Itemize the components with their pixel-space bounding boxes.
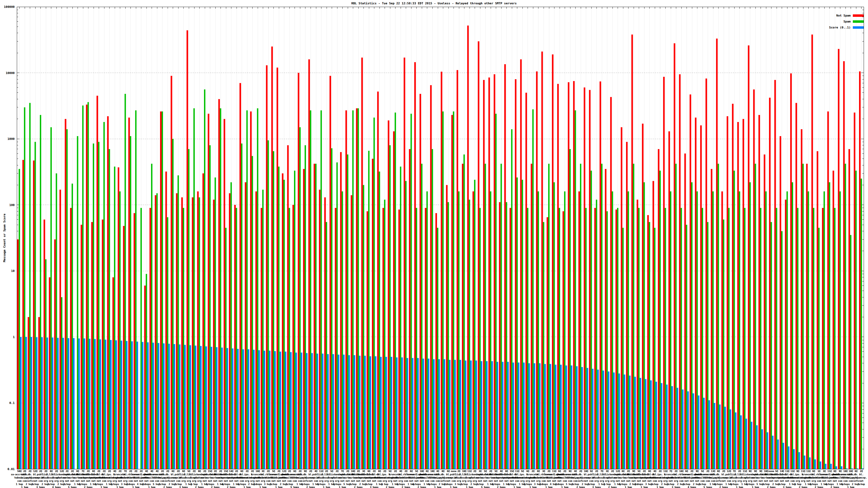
x-tick-label: 1 hop <box>529 486 537 488</box>
x-tick-label: 2@ <box>404 469 407 473</box>
x-tick-label: 1@ <box>817 469 820 473</box>
x-tick-label: 4@ <box>145 469 148 473</box>
x-tick-label: org <box>526 479 530 482</box>
bar <box>808 191 809 469</box>
legend-swatch-score <box>853 26 864 29</box>
bar <box>531 164 532 469</box>
x-tick-label: 10@ <box>679 469 684 473</box>
x-tick-label: org <box>250 479 254 482</box>
legend: Not Spam Spam Score (0..1) <box>829 12 864 30</box>
x-tick-label: 1 hop <box>572 483 579 486</box>
bar <box>421 164 423 469</box>
x-tick-label: 2@ <box>627 469 630 473</box>
x-tick-label: com <box>23 479 27 482</box>
x-tick-label: 4@ <box>500 469 503 473</box>
x-tick-label: net <box>308 479 313 482</box>
legend-item-not-spam: Not Spam <box>829 12 864 19</box>
x-tick-label: 2@ <box>246 469 248 473</box>
bar <box>81 225 82 469</box>
x-tick-label: iadb. <box>159 473 166 476</box>
bar <box>569 149 571 469</box>
x-tick-label: 5@ <box>590 469 593 473</box>
x-tick-label: 11@ <box>467 469 472 473</box>
bar <box>118 167 119 469</box>
bar <box>682 390 684 469</box>
x-tick-label: net <box>584 479 588 482</box>
x-tick-label: 3@ <box>542 469 545 473</box>
bar <box>391 357 392 469</box>
x-tick-label: 2 hops <box>831 486 839 488</box>
bar <box>494 74 495 469</box>
bar <box>758 115 760 469</box>
bar <box>66 129 68 469</box>
x-tick-label: 2@ <box>102 469 105 473</box>
y-tick-label: 10 <box>11 269 14 273</box>
bar <box>638 208 640 469</box>
x-tick-label: 14@ <box>780 469 784 473</box>
bar <box>107 116 109 469</box>
bar <box>84 338 85 469</box>
bar <box>714 403 715 469</box>
x-tick-label: net <box>769 479 774 482</box>
x-tick-label: net <box>616 479 620 482</box>
x-tick-label: ips. <box>657 473 663 476</box>
bar <box>536 71 538 469</box>
bar <box>497 362 498 469</box>
x-tick-label: 1 hop <box>651 483 659 486</box>
x-tick-label: 3 hops <box>507 483 516 486</box>
bar <box>213 199 215 469</box>
x-tick-label: 15@ <box>510 469 514 473</box>
x-tick-label: ips. <box>520 473 525 476</box>
x-tick-label: 2@ <box>129 469 132 473</box>
x-tick-label: 2@ <box>643 469 646 473</box>
bar <box>204 90 205 469</box>
bar <box>266 65 268 469</box>
bar <box>193 108 195 469</box>
bar <box>601 164 602 469</box>
x-tick-label: 1 hop <box>763 483 770 486</box>
bar <box>684 154 686 469</box>
x-tick-label: 3@ <box>362 469 365 473</box>
x-tick-label: 1 hop <box>175 483 182 486</box>
bar <box>218 99 220 469</box>
x-tick-label: 0@ <box>505 469 508 473</box>
bar <box>423 359 424 469</box>
bar <box>28 317 29 469</box>
bar <box>686 225 687 469</box>
x-tick-label: net <box>229 479 233 482</box>
bar <box>261 208 262 469</box>
bar <box>578 191 580 469</box>
bar <box>363 185 364 469</box>
bar <box>183 208 184 469</box>
bar <box>813 208 814 469</box>
x-tick-label: net <box>282 479 286 482</box>
x-tick-label: 2 hops <box>608 486 617 488</box>
x-tick-label: 8@ <box>92 469 95 473</box>
bar <box>184 345 186 469</box>
x-tick-label: 10@ <box>430 469 435 473</box>
x-tick-label: 1 hop <box>101 486 108 488</box>
x-tick-label: 4 hops <box>688 486 696 488</box>
bar <box>174 344 175 469</box>
x-tick-label: 2 hops <box>577 486 585 488</box>
bar <box>555 365 557 469</box>
x-tick-label: 7@ <box>341 469 344 473</box>
bar <box>416 208 417 469</box>
bar <box>79 338 80 469</box>
bar <box>707 222 709 469</box>
x-tick-label: 2@ <box>473 469 476 473</box>
bar <box>420 94 421 469</box>
x-tick-label: org <box>54 479 59 482</box>
bar <box>136 341 138 469</box>
x-tick-label: 1 hop <box>270 483 277 486</box>
bar <box>68 338 69 469</box>
x-tick-label: ips. <box>795 473 801 476</box>
x-tick-label: org <box>610 479 615 482</box>
x-tick-label: 1 hop <box>286 483 293 486</box>
bar <box>491 361 493 469</box>
bar <box>59 190 61 469</box>
bar <box>612 191 613 469</box>
x-tick-label: 2@ <box>357 469 360 473</box>
x-tick-label: 1 hop <box>858 483 865 486</box>
bar <box>649 222 650 469</box>
